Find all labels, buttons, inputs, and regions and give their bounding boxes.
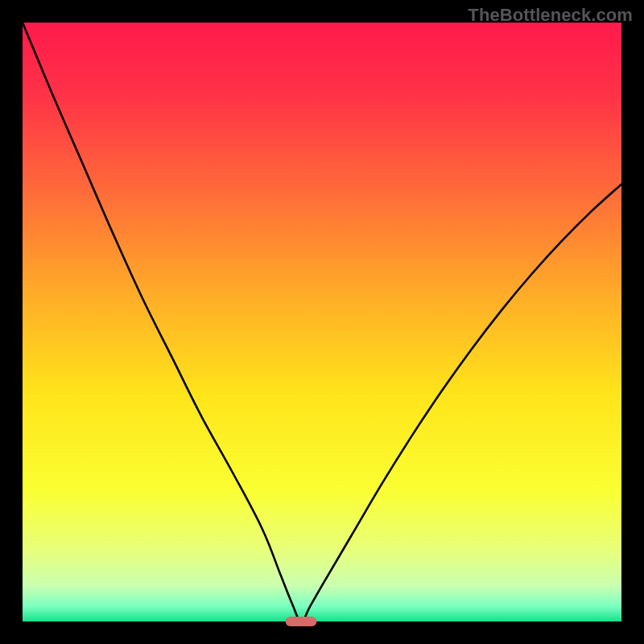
plot-background — [23, 23, 621, 621]
optimum-marker — [286, 617, 317, 626]
bottleneck-chart: TheBottleneck.com — [0, 0, 644, 644]
chart-svg — [0, 0, 644, 644]
